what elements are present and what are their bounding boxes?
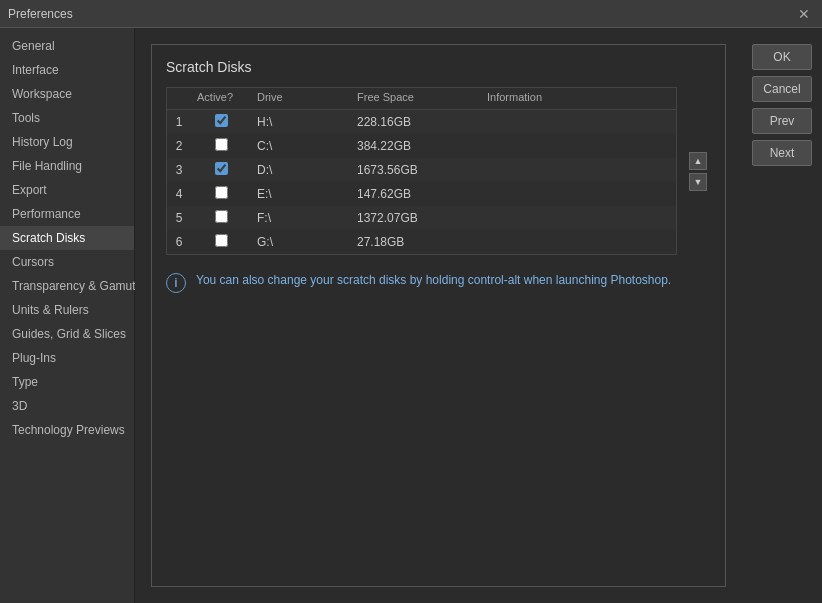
freespace-cell: 27.18GB	[351, 230, 481, 254]
table-row: 6G:\27.18GB	[167, 230, 676, 254]
scroll-up-button[interactable]: ▲	[689, 152, 707, 170]
col-freespace: Free Space	[351, 88, 481, 110]
btn-spacer	[752, 172, 812, 587]
drive-cell: H:\	[251, 110, 351, 135]
disk-table-wrapper: Active? Drive Free Space Information 1H:…	[166, 87, 677, 255]
dialog-title: Preferences	[8, 7, 73, 21]
sidebar: GeneralInterfaceWorkspaceToolsHistory Lo…	[0, 28, 135, 603]
sidebar-item-export[interactable]: Export	[0, 178, 134, 202]
freespace-cell: 228.16GB	[351, 110, 481, 135]
sidebar-item-transparency-gamut[interactable]: Transparency & Gamut	[0, 274, 134, 298]
content-panel: Scratch Disks Active? Drive Free S	[151, 44, 726, 587]
close-button[interactable]: ✕	[794, 4, 814, 24]
disk-table-body: 1H:\228.16GB2C:\384.22GB3D:\1673.56GB4E:…	[167, 110, 676, 255]
info-cell	[481, 158, 676, 182]
right-side: Scratch Disks Active? Drive Free S	[135, 28, 822, 603]
prev-button[interactable]: Prev	[752, 108, 812, 134]
section-title: Scratch Disks	[166, 59, 711, 75]
sidebar-item-interface[interactable]: Interface	[0, 58, 134, 82]
active-checkbox[interactable]	[215, 114, 228, 127]
info-box: i You can also change your scratch disks…	[166, 271, 711, 293]
sidebar-item-units-rulers[interactable]: Units & Rulers	[0, 298, 134, 322]
active-checkbox[interactable]	[215, 234, 228, 247]
freespace-cell: 1673.56GB	[351, 158, 481, 182]
active-checkbox[interactable]	[215, 210, 228, 223]
sidebar-item-technology-previews[interactable]: Technology Previews	[0, 418, 134, 442]
row-number: 1	[167, 110, 191, 135]
dialog-body: GeneralInterfaceWorkspaceToolsHistory Lo…	[0, 28, 822, 603]
title-bar: Preferences ✕	[0, 0, 822, 28]
active-cell	[191, 182, 251, 206]
col-drive: Drive	[251, 88, 351, 110]
sidebar-item-3d[interactable]: 3D	[0, 394, 134, 418]
drive-cell: C:\	[251, 134, 351, 158]
info-cell	[481, 182, 676, 206]
sidebar-item-file-handling[interactable]: File Handling	[0, 154, 134, 178]
row-number: 4	[167, 182, 191, 206]
active-cell	[191, 110, 251, 135]
sidebar-item-history-log[interactable]: History Log	[0, 130, 134, 154]
sidebar-item-general[interactable]: General	[0, 34, 134, 58]
info-cell	[481, 206, 676, 230]
main-area: Scratch Disks Active? Drive Free S	[135, 28, 742, 603]
sidebar-item-guides-grid-slices[interactable]: Guides, Grid & Slices	[0, 322, 134, 346]
table-header-row: Active? Drive Free Space Information	[167, 88, 676, 110]
cancel-button[interactable]: Cancel	[752, 76, 812, 102]
next-button[interactable]: Next	[752, 140, 812, 166]
table-row: 2C:\384.22GB	[167, 134, 676, 158]
scroll-down-button[interactable]: ▼	[689, 173, 707, 191]
freespace-cell: 147.62GB	[351, 182, 481, 206]
sidebar-item-workspace[interactable]: Workspace	[0, 82, 134, 106]
row-number: 5	[167, 206, 191, 230]
table-row: 3D:\1673.56GB	[167, 158, 676, 182]
scroll-arrows: ▲ ▼	[685, 87, 711, 255]
row-number: 6	[167, 230, 191, 254]
info-text: You can also change your scratch disks b…	[196, 271, 671, 289]
table-row: 1H:\228.16GB	[167, 110, 676, 135]
active-checkbox[interactable]	[215, 186, 228, 199]
active-cell	[191, 134, 251, 158]
sidebar-item-cursors[interactable]: Cursors	[0, 250, 134, 274]
info-cell	[481, 134, 676, 158]
info-cell	[481, 110, 676, 135]
ok-button[interactable]: OK	[752, 44, 812, 70]
drive-cell: D:\	[251, 158, 351, 182]
sidebar-item-scratch-disks[interactable]: Scratch Disks	[0, 226, 134, 250]
freespace-cell: 1372.07GB	[351, 206, 481, 230]
active-cell	[191, 158, 251, 182]
active-cell	[191, 206, 251, 230]
active-cell	[191, 230, 251, 254]
info-cell	[481, 230, 676, 254]
drive-cell: E:\	[251, 182, 351, 206]
button-panel: OK Cancel Prev Next	[742, 28, 822, 603]
sidebar-item-type[interactable]: Type	[0, 370, 134, 394]
row-number: 3	[167, 158, 191, 182]
sidebar-item-plug-ins[interactable]: Plug-Ins	[0, 346, 134, 370]
col-info: Information	[481, 88, 676, 110]
active-checkbox[interactable]	[215, 138, 228, 151]
info-icon: i	[166, 273, 186, 293]
freespace-cell: 384.22GB	[351, 134, 481, 158]
drive-cell: F:\	[251, 206, 351, 230]
row-number: 2	[167, 134, 191, 158]
drive-cell: G:\	[251, 230, 351, 254]
col-num	[167, 88, 191, 110]
active-checkbox[interactable]	[215, 162, 228, 175]
sidebar-item-tools[interactable]: Tools	[0, 106, 134, 130]
col-active: Active?	[191, 88, 251, 110]
table-row: 4E:\147.62GB	[167, 182, 676, 206]
sidebar-item-performance[interactable]: Performance	[0, 202, 134, 226]
table-row: 5F:\1372.07GB	[167, 206, 676, 230]
table-area: Active? Drive Free Space Information 1H:…	[166, 87, 711, 255]
table-container: Active? Drive Free Space Information 1H:…	[166, 87, 677, 255]
disk-table: Active? Drive Free Space Information 1H:…	[167, 88, 676, 254]
